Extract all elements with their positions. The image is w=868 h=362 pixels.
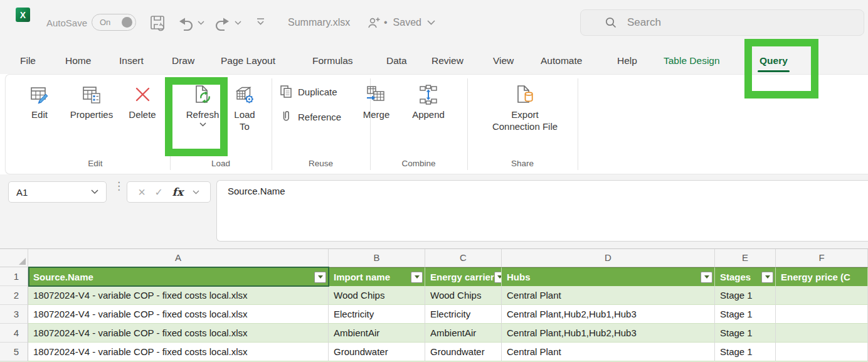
formula-input[interactable]: Source.Name bbox=[216, 180, 868, 242]
tab-formulas[interactable]: Formulas bbox=[312, 55, 353, 67]
table-properties-icon bbox=[58, 83, 125, 106]
table-header-cell[interactable]: Energy carrier bbox=[425, 267, 502, 286]
undo-icon[interactable] bbox=[177, 16, 194, 31]
redo-dropdown-icon[interactable] bbox=[235, 21, 241, 25]
cell[interactable]: 18072024-V4 - variable COP - fixed costs… bbox=[28, 343, 329, 361]
tab-insert[interactable]: Insert bbox=[119, 55, 144, 67]
reference-button[interactable]: Reference bbox=[279, 110, 341, 124]
table-header-cell[interactable]: Energy price (C bbox=[776, 267, 868, 286]
cell[interactable]: AmbientAir bbox=[425, 324, 502, 343]
cancel-icon[interactable]: × bbox=[138, 185, 146, 200]
save-status[interactable]: • Saved bbox=[384, 17, 435, 28]
cell[interactable]: Wood Chips bbox=[425, 286, 502, 305]
cell[interactable]: Central Plant bbox=[502, 343, 715, 361]
tab-draw[interactable]: Draw bbox=[172, 55, 194, 67]
tab-automate[interactable]: Automate bbox=[541, 55, 582, 67]
redo-icon[interactable] bbox=[214, 16, 231, 31]
cell[interactable]: Stage 1 bbox=[715, 305, 776, 324]
search-icon bbox=[605, 16, 617, 29]
search-input[interactable] bbox=[627, 16, 815, 29]
status-text: Saved bbox=[393, 17, 421, 28]
column-header-b[interactable]: B bbox=[329, 249, 425, 267]
duplicate-button[interactable]: Duplicate bbox=[279, 85, 337, 98]
column-header-c[interactable]: C bbox=[425, 249, 502, 267]
filter-button[interactable] bbox=[314, 272, 326, 283]
cell[interactable]: Groundwater bbox=[425, 343, 502, 361]
edit-query-button[interactable]: Edit bbox=[21, 78, 58, 149]
export-connection-file-button[interactable]: Export Connection File bbox=[474, 78, 576, 149]
cell[interactable] bbox=[776, 305, 868, 324]
undo-dropdown-icon[interactable] bbox=[198, 21, 204, 25]
formula-controls: × ✓ fx bbox=[127, 181, 211, 203]
excel-logo-icon[interactable]: X bbox=[16, 8, 30, 22]
cell[interactable]: 18072024-V4 - variable COP - fixed costs… bbox=[28, 286, 329, 305]
row-header-4[interactable]: 4 bbox=[0, 324, 28, 343]
name-box[interactable]: A1 bbox=[8, 181, 107, 203]
insert-function-icon[interactable]: fx bbox=[172, 186, 183, 198]
cell[interactable]: Wood Chips bbox=[329, 286, 425, 305]
table-header-cell[interactable]: Source.Name bbox=[28, 267, 329, 286]
enter-icon[interactable]: ✓ bbox=[155, 186, 163, 198]
cell[interactable]: Central Plant,Hub2,Hub1,Hub3 bbox=[502, 305, 715, 324]
cell[interactable]: 18072024-V4 - variable COP - fixed costs… bbox=[28, 324, 329, 343]
cell[interactable]: Stage 1 bbox=[715, 343, 776, 361]
table-header-row: 1 Source.Name Import name Energy carrier… bbox=[0, 267, 868, 286]
tab-query[interactable]: Query bbox=[760, 55, 788, 67]
row-header-2[interactable]: 2 bbox=[0, 286, 28, 305]
row-header-5[interactable]: 5 bbox=[0, 343, 28, 361]
filter-button[interactable] bbox=[701, 272, 712, 283]
column-header-a[interactable]: A bbox=[28, 249, 329, 267]
cell[interactable] bbox=[776, 286, 868, 305]
cell[interactable]: Stage 1 bbox=[715, 286, 776, 305]
table-header-cell[interactable]: Stages bbox=[715, 267, 776, 286]
table-row: 4 18072024-V4 - variable COP - fixed cos… bbox=[0, 324, 868, 343]
table-header-cell[interactable]: Hubs bbox=[502, 267, 715, 286]
tab-data[interactable]: Data bbox=[386, 55, 407, 67]
cell[interactable] bbox=[776, 324, 868, 343]
delete-query-button[interactable]: Delete bbox=[122, 78, 162, 149]
share-person-icon[interactable] bbox=[367, 16, 381, 29]
tab-home[interactable]: Home bbox=[65, 55, 91, 67]
table-header-cell[interactable]: Import name bbox=[329, 267, 425, 286]
tab-help[interactable]: Help bbox=[617, 55, 637, 67]
properties-button[interactable]: Properties bbox=[58, 78, 125, 149]
cell[interactable]: 18072024-V4 - variable COP - fixed costs… bbox=[28, 305, 329, 324]
select-all-button[interactable] bbox=[0, 249, 28, 267]
filter-button[interactable] bbox=[494, 272, 502, 283]
row-header-3[interactable]: 3 bbox=[0, 305, 28, 324]
tab-view[interactable]: View bbox=[493, 55, 514, 67]
group-label-load: Load bbox=[170, 159, 272, 168]
merge-button[interactable]: Merge bbox=[352, 78, 401, 149]
column-header-e[interactable]: E bbox=[715, 249, 776, 267]
refresh-dropdown-icon[interactable] bbox=[199, 122, 206, 127]
column-header-f[interactable]: F bbox=[776, 249, 868, 267]
cell[interactable] bbox=[776, 343, 868, 361]
fx-dropdown-icon[interactable] bbox=[193, 190, 199, 194]
row-header-1[interactable]: 1 bbox=[0, 267, 28, 286]
document-title[interactable]: Summary.xlsx bbox=[288, 17, 350, 28]
quick-access-toolbar-icon[interactable] bbox=[256, 18, 265, 26]
button-label: Delete bbox=[122, 109, 162, 120]
formula-bar-drag-handle[interactable]: ⋮ bbox=[114, 179, 124, 193]
tab-table-design[interactable]: Table Design bbox=[664, 55, 720, 67]
tab-file[interactable]: File bbox=[20, 55, 36, 67]
load-to-button[interactable]: Load To bbox=[226, 78, 263, 149]
append-button[interactable]: Append bbox=[401, 78, 456, 149]
cell[interactable]: Central Plant bbox=[502, 286, 715, 305]
search-box[interactable] bbox=[580, 9, 864, 36]
filter-button[interactable] bbox=[411, 272, 423, 283]
cell[interactable]: AmbientAir bbox=[329, 324, 425, 343]
filter-button[interactable] bbox=[761, 272, 773, 283]
cell[interactable]: Electricity bbox=[425, 305, 502, 324]
autosave-toggle[interactable]: On bbox=[92, 14, 136, 31]
name-box-dropdown-icon[interactable] bbox=[91, 189, 98, 194]
cell[interactable]: Stage 1 bbox=[715, 324, 776, 343]
save-icon[interactable] bbox=[150, 15, 166, 31]
cell[interactable]: Groundwater bbox=[329, 343, 425, 361]
column-header-d[interactable]: D bbox=[502, 249, 715, 267]
tab-review[interactable]: Review bbox=[431, 55, 463, 67]
cell[interactable]: Central Plant,Hub1,Hub2,Hub3 bbox=[502, 324, 715, 343]
tab-page-layout[interactable]: Page Layout bbox=[221, 55, 275, 67]
cell[interactable]: Electricity bbox=[329, 305, 425, 324]
refresh-button[interactable]: Refresh bbox=[176, 78, 229, 149]
